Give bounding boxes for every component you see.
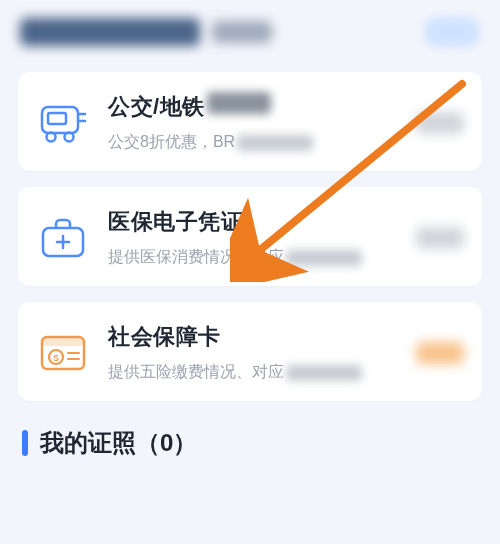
card-title: 公交/地铁	[108, 92, 205, 122]
card-description: 公交8折优惠，BR	[108, 132, 398, 153]
card-description: 提供医保消费情况、对应	[108, 247, 398, 268]
bus-icon	[36, 96, 90, 150]
section-accent-bar	[22, 430, 28, 456]
svg-rect-10	[42, 337, 84, 346]
card-title: 社会保障卡	[108, 322, 221, 352]
desc-blur-suffix	[286, 250, 362, 266]
desc-blur-suffix	[286, 365, 362, 381]
header-action-button[interactable]	[424, 17, 480, 47]
card-bus-metro[interactable]: 公交/地铁 公交8折优惠，BR	[18, 72, 482, 171]
section-my-certificates: 我的证照（0）	[0, 401, 500, 459]
header-title-blurred	[20, 18, 200, 46]
medical-kit-icon	[36, 211, 90, 265]
card-content: 公交/地铁 公交8折优惠，BR	[108, 92, 398, 153]
page-header	[0, 0, 500, 64]
card-action-button[interactable]	[416, 112, 464, 134]
desc-blur-suffix	[237, 135, 313, 151]
card-content: 医保电子凭证 提供医保消费情况、对应	[108, 207, 398, 268]
card-action-button[interactable]	[416, 227, 464, 249]
card-title: 医保电子凭证	[108, 207, 243, 237]
section-title: 我的证照（0）	[40, 427, 197, 459]
card-description: 提供五险缴费情况、对应	[108, 362, 398, 383]
card-action-button[interactable]	[416, 342, 464, 364]
card-list: 公交/地铁 公交8折优惠，BR 医保电子凭证 提供医保消费情况	[0, 64, 500, 401]
card-social-security[interactable]: S 社会保障卡 提供五险缴费情况、对应	[18, 302, 482, 401]
header-subtitle-blurred	[212, 21, 272, 43]
card-medical-voucher[interactable]: 医保电子凭证 提供医保消费情况、对应	[18, 187, 482, 286]
card-content: 社会保障卡 提供五险缴费情况、对应	[108, 322, 398, 383]
social-security-card-icon: S	[36, 326, 90, 380]
svg-text:S: S	[53, 353, 59, 363]
title-blur-suffix	[207, 92, 271, 114]
svg-rect-1	[48, 113, 66, 124]
